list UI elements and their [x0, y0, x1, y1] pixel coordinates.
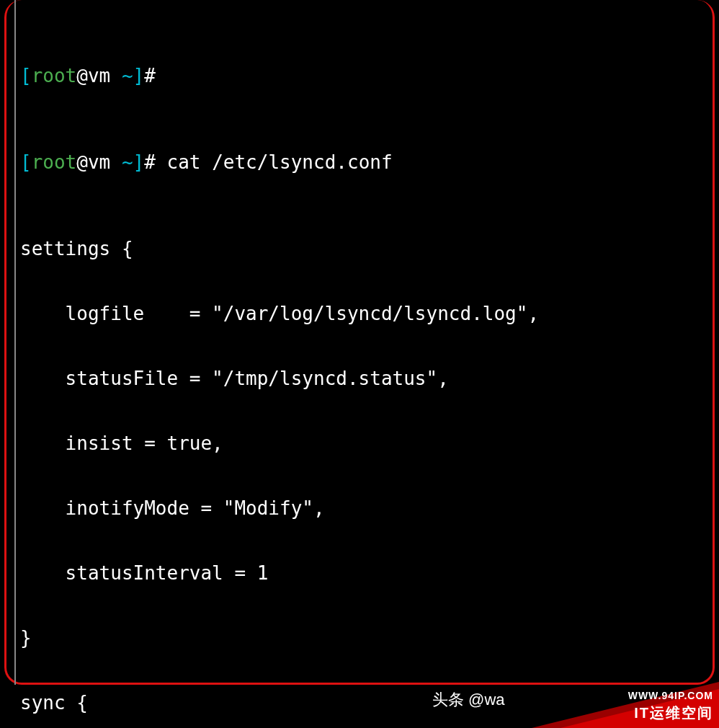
prompt-tilde: ~ — [122, 151, 133, 173]
bracket-open: [ — [20, 151, 32, 173]
prompt-sep — [110, 151, 122, 173]
bracket-close: ] — [133, 65, 145, 86]
bracket-close: ] — [133, 151, 145, 173]
output-line: logfile = "/var/log/lsyncd/lsyncd.log", — [20, 303, 539, 324]
watermark-corner: WWW.94IP.COM IT运维空间 — [532, 678, 719, 728]
prompt-hash: # — [144, 151, 156, 173]
prompt-sep — [110, 65, 122, 86]
prompt-line[interactable]: [root@vm ~]# cat /etc/lsyncd.conf — [20, 151, 539, 173]
prompt-user: root — [32, 65, 77, 86]
prompt-host: vm — [88, 65, 110, 86]
output-line: } — [20, 627, 539, 649]
output-line: statusInterval = 1 — [20, 562, 539, 584]
left-rule — [14, 0, 16, 685]
prompt-line[interactable]: [root@vm ~]# — [20, 65, 539, 86]
prompt-tilde: ~ — [122, 65, 133, 86]
prompt-user: root — [32, 151, 77, 173]
output-line: inotifyMode = "Modify", — [20, 497, 539, 519]
footer-attribution: 头条 @wa — [432, 689, 505, 711]
prompt-host: vm — [88, 151, 110, 173]
bracket-open: [ — [20, 65, 32, 86]
prompt-hash: # — [144, 65, 156, 86]
output-line: insist = true, — [20, 432, 539, 454]
prompt-at: @ — [76, 151, 88, 173]
terminal-output[interactable]: [root@vm ~]# [root@vm ~]# cat /etc/lsync… — [20, 0, 539, 728]
output-line: statusFile = "/tmp/lsyncd.status", — [20, 368, 539, 389]
output-line: settings { — [20, 238, 539, 259]
watermark-title: IT运维空间 — [634, 702, 713, 724]
command-text: cat /etc/lsyncd.conf — [156, 151, 393, 173]
prompt-at: @ — [76, 65, 88, 86]
